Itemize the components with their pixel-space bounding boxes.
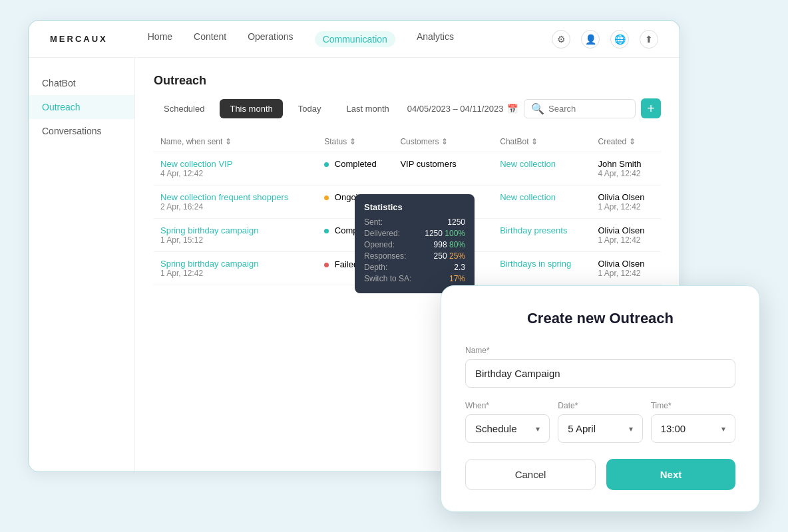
cell-chatbot: New collection [493, 186, 591, 219]
date-range-text: 04/05/2023 – 04/11/2023 [407, 104, 504, 114]
tooltip-label: Switch to SA: [364, 274, 411, 283]
nav-icons: ⚙ 👤 🌐 ⬆ [552, 30, 658, 49]
status-dot-completed [324, 229, 329, 233]
date-label: Date* [558, 401, 642, 410]
col-header-status[interactable]: Status ⇕ [317, 132, 393, 152]
tooltip-row-opened: Opened: 998 80% [364, 240, 465, 249]
outreach-date: 2 Apr, 16:24 [160, 202, 311, 211]
tab-scheduled[interactable]: Scheduled [154, 99, 214, 118]
settings-icon[interactable]: ⚙ [552, 30, 570, 49]
nav-communication[interactable]: Communication [315, 31, 395, 47]
cell-name: New collection VIP 4 Apr, 12:42 [154, 152, 317, 186]
modal-actions: Cancel Next [465, 459, 735, 490]
cell-created: John Smith 4 Apr, 12:42 [591, 152, 661, 186]
created-by: Olivia Olsen [598, 192, 654, 202]
tab-today[interactable]: Today [288, 99, 331, 118]
tooltip-value: 2.3 [454, 263, 465, 272]
cell-created: Olivia Olsen 1 Apr, 12:42 [591, 252, 661, 285]
created-by: Olivia Olsen [598, 259, 654, 269]
cell-name: Spring birthday campaign 1 Apr, 15:12 [154, 219, 317, 252]
col-header-customers[interactable]: Customers ⇕ [393, 132, 493, 152]
col-header-name[interactable]: Name, when sent ⇕ [154, 132, 317, 152]
next-button[interactable]: Next [606, 459, 735, 490]
tooltip-row-delivered: Delivered: 1250 100% [364, 229, 465, 238]
search-box: 🔍 [524, 99, 636, 118]
outreach-name-link[interactable]: New collection frequent shoppers [160, 192, 311, 202]
cell-name: New collection frequent shoppers 2 Apr, … [154, 186, 317, 219]
tooltip-row-depth: Depth: 2.3 [364, 263, 465, 272]
tooltip-value: 17% [449, 274, 465, 283]
nav-operations[interactable]: Operations [248, 31, 293, 47]
cell-name: Spring birthday campaign 1 Apr, 12:42 [154, 252, 317, 285]
tooltip-value: 998 80% [434, 240, 465, 249]
table-row: New collection VIP 4 Apr, 12:42 Complete… [154, 152, 661, 186]
tooltip-label: Responses: [364, 251, 406, 261]
name-input[interactable] [465, 359, 735, 388]
status-dot-completed [324, 162, 329, 167]
created-date: 1 Apr, 12:42 [598, 202, 654, 211]
tooltip-row-responses: Responses: 250 25% [364, 251, 465, 261]
time-select[interactable]: 13:00 ▾ [651, 414, 735, 443]
nav-links: Home Content Operations Communication An… [148, 31, 552, 47]
add-outreach-button[interactable]: + [641, 98, 661, 118]
tab-last-month[interactable]: Last month [336, 99, 399, 118]
user-icon[interactable]: 👤 [581, 30, 600, 49]
cell-created: Olivia Olsen 1 Apr, 12:42 [591, 219, 661, 252]
page-title: Outreach [154, 74, 661, 88]
modal-title: Create new Outreach [465, 310, 735, 327]
tooltip-value: 1250 100% [425, 229, 465, 238]
statistics-tooltip: Statistics Sent: 1250 Delivered: 1250 10… [355, 194, 475, 293]
status-label: Completed [335, 159, 377, 169]
cell-chatbot: New collection [493, 152, 591, 186]
nav-content[interactable]: Content [194, 31, 226, 47]
nav-analytics[interactable]: Analytics [417, 31, 454, 47]
search-input[interactable] [548, 104, 628, 114]
outreach-name-link[interactable]: Spring birthday campaign [160, 259, 311, 269]
name-form-group: Name* [465, 346, 735, 388]
chevron-down-icon: ▾ [629, 424, 633, 434]
calendar-icon[interactable]: 📅 [507, 104, 518, 114]
cell-customers: VIP customers [393, 152, 493, 186]
status-dot-ongoing [324, 196, 329, 200]
share-icon[interactable]: ⬆ [640, 30, 658, 49]
cancel-button[interactable]: Cancel [465, 459, 596, 490]
tooltip-title: Statistics [364, 202, 465, 212]
date-col: Date* 5 April ▾ [558, 401, 642, 443]
globe-icon[interactable]: 🌐 [610, 30, 629, 49]
outreach-name-link[interactable]: New collection VIP [160, 159, 311, 169]
chatbot-link[interactable]: Birthday presents [500, 225, 567, 235]
tooltip-row-switch-sa: Switch to SA: 17% [364, 274, 465, 283]
sidebar: ChatBot Outreach Conversations [29, 58, 135, 471]
created-by: John Smith [598, 159, 654, 169]
date-range: 04/05/2023 – 04/11/2023 📅 [407, 104, 518, 114]
when-date-time-row: When* Schedule ▾ Date* 5 April ▾ Time* 1… [465, 401, 735, 443]
date-select[interactable]: 5 April ▾ [558, 414, 642, 443]
created-date: 4 Apr, 12:42 [598, 169, 654, 178]
outreach-date: 1 Apr, 15:12 [160, 235, 311, 245]
nav-home[interactable]: Home [148, 31, 172, 47]
chatbot-link[interactable]: New collection [500, 192, 556, 202]
chatbot-link[interactable]: Birthdays in spring [500, 259, 571, 269]
col-header-created[interactable]: Created ⇕ [591, 132, 661, 152]
tooltip-value: 1250 [447, 217, 465, 227]
cell-chatbot: Birthdays in spring [493, 252, 591, 285]
toolbar: Scheduled This month Today Last month 04… [154, 98, 661, 118]
when-select[interactable]: Schedule ▾ [465, 414, 550, 443]
date-value: 5 April [568, 423, 596, 434]
outreach-name-link[interactable]: Spring birthday campaign [160, 225, 311, 235]
sidebar-item-outreach[interactable]: Outreach [29, 95, 134, 119]
when-label: When* [465, 401, 550, 410]
cell-chatbot: Birthday presents [493, 219, 591, 252]
chatbot-link[interactable]: New collection [500, 159, 556, 169]
sidebar-item-chatbot[interactable]: ChatBot [29, 71, 134, 95]
outreach-date: 1 Apr, 12:42 [160, 269, 311, 278]
created-date: 1 Apr, 12:42 [598, 269, 654, 278]
tab-this-month[interactable]: This month [220, 99, 282, 118]
col-header-chatbot[interactable]: ChatBot ⇕ [493, 132, 591, 152]
chevron-down-icon: ▾ [721, 424, 725, 434]
when-col: When* Schedule ▾ [465, 401, 550, 443]
cell-status: Completed [317, 152, 393, 186]
sidebar-item-conversations[interactable]: Conversations [29, 119, 134, 143]
time-col: Time* 13:00 ▾ [651, 401, 735, 443]
tooltip-row-sent: Sent: 1250 [364, 217, 465, 227]
